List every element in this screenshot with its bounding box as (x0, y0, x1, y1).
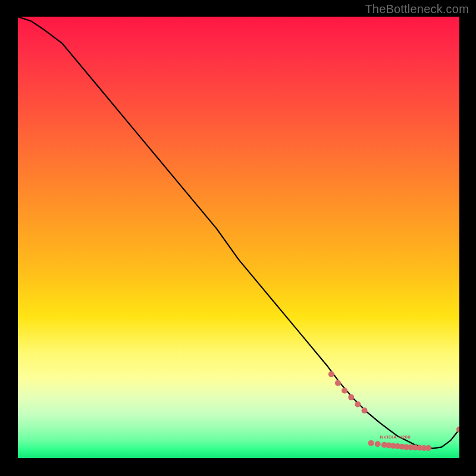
chart-svg: NVIDIA H200 (18, 17, 459, 458)
data-marker (348, 394, 354, 400)
data-marker (342, 387, 347, 393)
series-label: NVIDIA H200 (380, 434, 411, 440)
data-marker (328, 371, 334, 377)
data-marker (335, 380, 341, 386)
watermark-text: TheBottleneck.com (365, 2, 469, 16)
data-marker (425, 445, 431, 451)
data-marker (368, 440, 374, 446)
data-marker (355, 401, 361, 407)
data-marker (456, 427, 459, 433)
data-marker (361, 408, 367, 414)
chart-frame: TheBottleneck.com NVIDIA H200 (0, 0, 476, 476)
bottleneck-curve (18, 17, 459, 449)
data-marker (375, 441, 381, 447)
